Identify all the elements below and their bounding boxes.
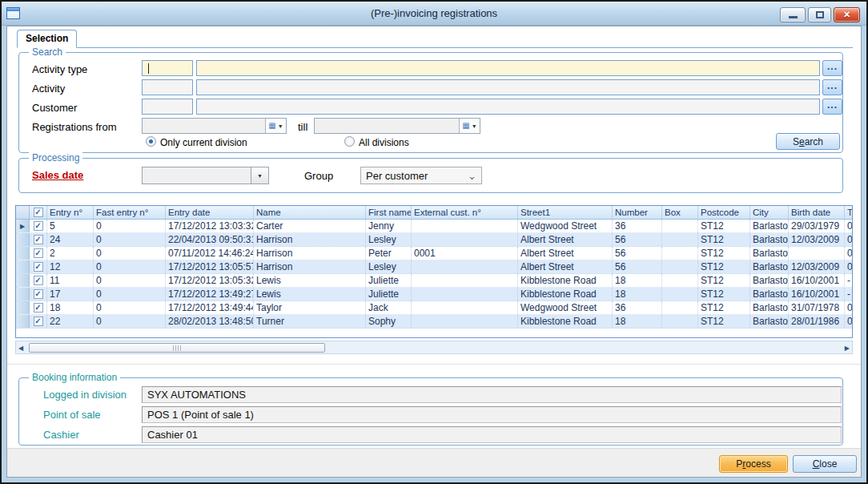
row-selector-cell[interactable] (16, 301, 30, 314)
grid-cell: Barlaston (750, 274, 789, 287)
customer-code-input[interactable] (142, 99, 193, 115)
grid-column-header[interactable]: Entry date (166, 206, 254, 219)
table-row[interactable]: ✓24022/04/2013 09:50:31HarrisonLesleyAlb… (16, 233, 852, 247)
table-row[interactable]: ✓2007/11/2012 14:46:24HarrisonPeter0001A… (16, 247, 852, 260)
row-checkbox[interactable]: ✓ (34, 262, 43, 272)
table-row[interactable]: ✓18017/12/2012 13:49:44TaylorJackWedgwoo… (16, 301, 852, 315)
grid-column-header[interactable]: First name (366, 206, 412, 219)
cashier-field[interactable] (142, 426, 842, 443)
sales-date-link[interactable]: Sales date (32, 169, 83, 181)
activity-lookup-button[interactable]: ... (822, 79, 842, 95)
grid-cell: Harrison (254, 247, 366, 260)
scroll-right-icon[interactable]: ▶ (845, 345, 850, 352)
till-label: till (298, 121, 307, 133)
grid-column-header[interactable]: Number (613, 206, 662, 219)
customer-name-input[interactable] (196, 99, 820, 115)
grid-column-header[interactable]: Box (662, 206, 698, 219)
registrations-till-input[interactable] (315, 119, 459, 133)
row-checkbox[interactable]: ✓ (34, 248, 43, 258)
select-all-checkbox[interactable]: ✓ (34, 208, 43, 217)
close-button[interactable] (834, 7, 860, 22)
calendar-icon: ▦ (268, 122, 275, 130)
point-of-sale-field[interactable] (142, 406, 842, 423)
grid-cell (662, 288, 698, 300)
row-checkbox[interactable]: ✓ (34, 317, 43, 326)
grid-cell: 17/12/2012 13:05:57 (166, 260, 254, 273)
row-selector-cell[interactable] (16, 288, 30, 300)
row-selector-cell[interactable]: ▶ (16, 220, 30, 232)
grid-cell: 0 (845, 247, 853, 260)
registrations-from-datepicker[interactable]: ▦ ▼ (142, 118, 287, 134)
row-checkbox-cell[interactable]: ✓ (30, 233, 47, 246)
grid-cell (662, 274, 698, 287)
grid-select-all-cell[interactable]: ✓ (30, 206, 47, 219)
activity-name-input[interactable] (196, 79, 820, 95)
grid-cell: Lesley (366, 260, 412, 273)
row-selector-cell[interactable] (16, 233, 30, 246)
group-combobox[interactable]: Per customer ⌄ (360, 167, 482, 184)
grid-column-header[interactable]: T (845, 206, 853, 219)
grid-column-header[interactable]: Postcode (698, 206, 750, 219)
row-checkbox-cell[interactable]: ✓ (30, 274, 47, 287)
grid-column-header[interactable]: Name (254, 206, 366, 219)
grid-column-header[interactable]: Fast entry n° (94, 206, 166, 219)
tab-selection[interactable]: Selection (17, 30, 77, 48)
search-button[interactable]: Search (776, 133, 840, 150)
row-selector-cell[interactable] (16, 260, 30, 273)
registrations-from-calendar-button[interactable]: ▦ ▼ (265, 119, 286, 133)
sales-date-dropdown-button[interactable]: ▼ (251, 167, 268, 184)
table-row[interactable]: ✓12017/12/2012 13:05:57HarrisonLesleyAlb… (16, 260, 852, 274)
activity-type-code-input[interactable] (142, 60, 193, 76)
grid-column-header[interactable]: Street1 (518, 206, 613, 219)
row-checkbox[interactable]: ✓ (34, 303, 43, 313)
row-checkbox[interactable]: ✓ (34, 289, 43, 299)
grid-cell: Kibblestone Road (518, 288, 613, 300)
sales-date-combobox[interactable]: ▼ (142, 167, 269, 184)
title-bar[interactable]: (Pre-)invoicing registrations (2, 2, 866, 26)
scrollbar-thumb[interactable] (29, 343, 325, 353)
grid-cell (412, 233, 518, 246)
row-checkbox-cell[interactable]: ✓ (30, 220, 47, 232)
grid-cell (789, 247, 845, 260)
grid-cell: 17/12/2012 13:49:44 (166, 301, 254, 314)
row-selector-cell[interactable] (16, 247, 30, 260)
maximize-button[interactable] (808, 7, 831, 22)
row-checkbox[interactable]: ✓ (34, 221, 43, 231)
row-checkbox-cell[interactable]: ✓ (30, 301, 47, 314)
scroll-left-icon[interactable]: ◀ (18, 345, 23, 352)
grid-column-header[interactable]: Birth date (789, 206, 845, 219)
grid-cell: 18 (613, 315, 662, 328)
row-checkbox-cell[interactable]: ✓ (30, 260, 47, 273)
table-row[interactable]: ✓11017/12/2012 13:05:32LewisJulietteKibb… (16, 274, 852, 288)
logged-in-division-field[interactable] (142, 386, 842, 403)
close-dialog-button[interactable]: Close (793, 455, 857, 473)
customer-lookup-button[interactable]: ... (822, 99, 842, 115)
registrations-till-datepicker[interactable]: ▦ ▼ (314, 118, 480, 134)
activity-type-lookup-button[interactable]: ... (822, 60, 842, 76)
row-selector-cell[interactable] (16, 315, 30, 328)
row-checkbox-cell[interactable]: ✓ (30, 247, 47, 260)
grid-column-header[interactable]: External cust. n° (412, 206, 518, 219)
row-checkbox-cell[interactable]: ✓ (30, 315, 47, 328)
radio-all-divisions[interactable] (344, 136, 355, 147)
grid-cell: 18 (613, 288, 662, 300)
row-checkbox[interactable]: ✓ (34, 235, 43, 244)
table-row[interactable]: ▶✓5017/12/2012 13:03:32CarterJennyWedgwo… (16, 220, 852, 233)
table-row[interactable]: ✓17017/12/2012 13:49:27LewisJulietteKibb… (16, 288, 852, 301)
process-button[interactable]: Process (719, 455, 788, 473)
grid-column-header[interactable]: City (750, 206, 789, 219)
row-selector-cell[interactable] (16, 274, 30, 287)
registrations-till-calendar-button[interactable]: ▦ ▼ (459, 119, 480, 133)
activity-code-input[interactable] (142, 79, 193, 95)
activity-type-name-input[interactable] (196, 60, 820, 76)
group-field-label: Group (304, 170, 333, 182)
horizontal-scrollbar[interactable]: ◀ ▶ (15, 341, 853, 354)
processing-group-label: Processing (29, 152, 82, 163)
radio-only-current-division[interactable] (146, 136, 156, 147)
grid-column-header[interactable]: Entry n° (47, 206, 94, 219)
table-row[interactable]: ✓22028/02/2013 13:48:50TurnerSophyKibble… (16, 315, 852, 329)
row-checkbox[interactable]: ✓ (34, 276, 43, 285)
row-checkbox-cell[interactable]: ✓ (30, 288, 47, 300)
minimize-button[interactable] (780, 7, 806, 22)
registrations-from-input[interactable] (143, 119, 265, 133)
